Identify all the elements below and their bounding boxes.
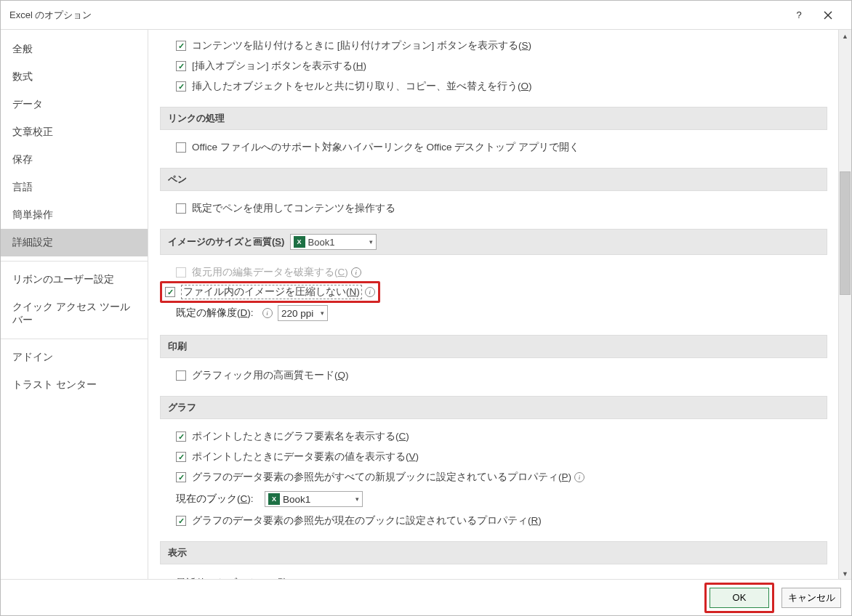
sidebar-item-advanced[interactable]: 詳細設定	[1, 229, 148, 256]
label-chart-ref-newbook: グラフのデータ要素の参照先がすべての新規ブックに設定されているプロパティ(P)	[192, 471, 571, 484]
checkbox-cut-copy-objects[interactable]	[176, 81, 186, 92]
resolution-dropdown[interactable]: 220 ppi ▾	[278, 305, 328, 321]
excel-icon: X	[294, 236, 305, 248]
section-chart: グラフ	[160, 396, 827, 419]
option-hq-graphics: グラフィック用の高画質モード(Q)	[160, 365, 827, 386]
section-image-size: イメージのサイズと画質(S) X Book1 ▾	[160, 229, 827, 255]
current-book-dropdown[interactable]: X Book1 ▾	[265, 491, 363, 507]
sidebar-item-addins[interactable]: アドイン	[1, 344, 148, 371]
section-print: 印刷	[160, 335, 827, 358]
dropdown-value: Book1	[308, 237, 335, 248]
sidebar-item-save[interactable]: 保存	[1, 146, 148, 174]
option-insert-options: [挿入オプション] ボタンを表示する(H)	[160, 56, 827, 76]
option-chart-value-hover: ポイントしたときにデータ要素の値を表示する(V)	[160, 447, 827, 467]
label-hq-graphics: グラフィック用の高画質モード(Q)	[192, 369, 349, 382]
help-button[interactable]: ?	[784, 1, 813, 30]
checkbox-paste-options[interactable]	[176, 41, 186, 51]
sidebar-item-language[interactable]: 言語	[1, 174, 148, 201]
sidebar-separator	[1, 339, 148, 339]
vertical-scrollbar[interactable]: ▲ ▼	[838, 30, 851, 580]
option-paste-options: コンテンツを貼り付けるときに [貼り付けオプション] ボタンを表示する(S)	[160, 36, 827, 56]
option-no-compress-highlight: ファイル内のイメージを圧縮しない(N) i	[160, 281, 380, 303]
section-display: 表示	[160, 541, 827, 564]
scroll-thumb[interactable]	[840, 171, 851, 295]
info-icon[interactable]: i	[574, 472, 584, 482]
sidebar-item-general[interactable]: 全般	[1, 36, 148, 63]
option-office-link: Office ファイルへのサポート対象ハイパーリンクを Office デスクトッ…	[160, 137, 827, 158]
label-paste-options: コンテンツを貼り付けるときに [貼り付けオプション] ボタンを表示する(S)	[192, 39, 531, 52]
info-icon[interactable]: i	[262, 308, 273, 318]
label-chart-ref-curbook: グラフのデータ要素の参照先が現在のブックに設定されているプロパティ(R)	[192, 514, 542, 527]
checkbox-office-link[interactable]	[176, 142, 186, 153]
label-pen-default: 既定でペンを使用してコンテンツを操作する	[192, 202, 395, 215]
option-current-book: 現在のブック(C): X Book1 ▾	[160, 487, 827, 511]
sidebar-item-data[interactable]: データ	[1, 91, 148, 118]
info-icon[interactable]: i	[351, 267, 361, 277]
label-no-compress: ファイル内のイメージを圧縮しない(N)	[181, 285, 362, 299]
sidebar-item-ribbon[interactable]: リボンのユーザー設定	[1, 266, 148, 293]
image-size-book-dropdown[interactable]: X Book1 ▾	[290, 234, 377, 250]
label-cut-copy-objects: 挿入したオブジェクトをセルと共に切り取り、コピー、並べ替えを行う(O)	[192, 80, 532, 93]
option-chart-ref-curbook: グラフのデータ要素の参照先が現在のブックに設定されているプロパティ(R)	[160, 511, 827, 531]
chevron-down-icon: ▾	[355, 495, 359, 503]
option-chart-ref-newbook: グラフのデータ要素の参照先がすべての新規ブックに設定されているプロパティ(P) …	[160, 467, 827, 487]
close-icon	[824, 11, 832, 20]
titlebar: Excel のオプション ?	[1, 1, 851, 30]
scroll-up-icon[interactable]: ▲	[839, 30, 851, 43]
checkbox-pen-default[interactable]	[176, 203, 186, 214]
section-image-size-label: イメージのサイズと画質(S)	[168, 235, 284, 248]
checkbox-discard-edit[interactable]	[176, 267, 186, 277]
sidebar-item-accessibility[interactable]: 簡単操作	[1, 201, 148, 229]
option-default-resolution: 既定の解像度(D): i 220 ppi ▾	[160, 301, 827, 325]
dropdown-value: Book1	[283, 494, 310, 505]
info-icon[interactable]: i	[365, 287, 375, 297]
option-discard-edit: 復元用の編集データを破棄する(C) i	[160, 262, 827, 283]
ok-highlight: OK	[704, 583, 774, 613]
checkbox-hq-graphics[interactable]	[176, 370, 186, 381]
option-pen-default: 既定でペンを使用してコンテンツを操作する	[160, 198, 827, 219]
sidebar-item-proofing[interactable]: 文章校正	[1, 118, 148, 146]
section-link-handling: リンクの処理	[160, 107, 827, 130]
cancel-button[interactable]: キャンセル	[781, 588, 841, 608]
checkbox-no-compress[interactable]	[165, 287, 175, 297]
sidebar: 全般 数式 データ 文章校正 保存 言語 簡単操作 詳細設定 リボンのユーザー設…	[1, 30, 148, 580]
close-button[interactable]	[813, 1, 843, 30]
option-cut-copy-objects: 挿入したオブジェクトをセルと共に切り取り、コピー、並べ替えを行う(O)	[160, 76, 827, 97]
label-office-link: Office ファイルへのサポート対象ハイパーリンクを Office デスクトッ…	[192, 141, 579, 154]
chevron-down-icon: ▾	[369, 238, 373, 246]
content-cutoff-fade	[297, 567, 838, 580]
checkbox-chart-name-hover[interactable]	[176, 431, 186, 442]
options-content: コンテンツを貼り付けるときに [貼り付けオプション] ボタンを表示する(S) […	[148, 30, 838, 580]
label-current-book: 現在のブック(C):	[176, 493, 254, 506]
label-insert-options: [挿入オプション] ボタンを表示する(H)	[192, 60, 366, 73]
label-default-res: 既定の解像度(D):	[176, 307, 254, 320]
checkbox-chart-ref-newbook[interactable]	[176, 472, 186, 482]
checkbox-chart-ref-curbook[interactable]	[176, 516, 186, 526]
sidebar-item-trust[interactable]: トラスト センター	[1, 371, 148, 399]
section-pen: ペン	[160, 168, 827, 191]
label-discard-edit: 復元用の編集データを破棄する(C)	[192, 266, 348, 279]
dropdown-value: 220 ppi	[281, 308, 313, 319]
label-chart-name-hover: ポイントしたときにグラフ要素名を表示する(C)	[192, 430, 409, 443]
dialog-footer: OK キャンセル	[1, 579, 851, 615]
window-title: Excel のオプション	[9, 9, 784, 22]
excel-icon: X	[268, 493, 280, 505]
chevron-down-icon: ▾	[321, 309, 324, 317]
option-chart-name-hover: ポイントしたときにグラフ要素名を表示する(C)	[160, 426, 827, 447]
checkbox-chart-value-hover[interactable]	[176, 452, 186, 462]
sidebar-item-qat[interactable]: クイック アクセス ツール バー	[1, 293, 148, 334]
sidebar-separator	[1, 261, 148, 262]
ok-button[interactable]: OK	[710, 588, 769, 608]
label-chart-value-hover: ポイントしたときにデータ要素の値を表示する(V)	[192, 450, 419, 463]
checkbox-insert-options[interactable]	[176, 61, 186, 71]
sidebar-item-formulas[interactable]: 数式	[1, 63, 148, 91]
